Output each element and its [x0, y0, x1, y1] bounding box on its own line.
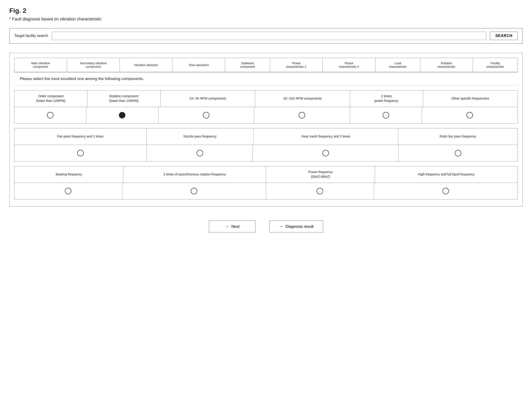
- radio-circle[interactable]: [77, 150, 84, 156]
- section3-col4: High frequency and full band frequency: [375, 166, 517, 183]
- header-main-vibration: Main vibrationcomponent: [15, 58, 67, 72]
- section2-header-row: Fan pass frequency and 2 times Nozzle pa…: [15, 128, 517, 145]
- radio-circle[interactable]: [191, 188, 197, 194]
- section2-radio4[interactable]: [399, 145, 517, 161]
- section1-col2: Rotation component(lower than 1XRPM): [88, 90, 161, 107]
- radio-circle[interactable]: [317, 188, 323, 194]
- header-secondary-vibration: Secondary vibrationcomponent: [67, 58, 120, 72]
- next-button-label: Next: [231, 224, 239, 229]
- section3-radio3[interactable]: [266, 183, 374, 199]
- section2-col3: Gear mesh frequency and 2 times: [254, 128, 398, 145]
- instruction-text: Please select the most excellent one amo…: [14, 72, 518, 86]
- search-input[interactable]: [52, 32, 486, 40]
- search-button[interactable]: SEARCH: [490, 32, 518, 40]
- section2-radio3[interactable]: [253, 145, 399, 161]
- section2-col1: Fan pass frequency and 2 times: [15, 128, 146, 145]
- diagnosis-button[interactable]: → Diagnosis result: [269, 221, 323, 232]
- radio-circle[interactable]: [442, 188, 449, 194]
- diagnosis-arrow-icon: →: [279, 224, 283, 229]
- header-phase-char1: Phasecharacteristic 1: [270, 58, 323, 72]
- diagnosis-button-label: Diagnosis result: [285, 224, 314, 229]
- radio-circle[interactable]: [466, 112, 473, 118]
- radio-circle[interactable]: [322, 150, 329, 156]
- section3-header-row: Bearing frequency 2 times of asynchronou…: [15, 166, 517, 183]
- next-button[interactable]: → Next: [209, 221, 255, 232]
- header-load-char: Loadcharacteristic: [376, 58, 420, 72]
- section2-col2: Nozzle pass frequency: [146, 128, 254, 145]
- section1-radio4[interactable]: [254, 107, 350, 123]
- main-content-wrapper: Main vibrationcomponent Secondary vibrat…: [9, 53, 523, 207]
- section3: Bearing frequency 2 times of asynchronou…: [14, 166, 518, 199]
- radio-circle[interactable]: [47, 112, 54, 118]
- header-sideband: Sidebandcomponent: [225, 58, 270, 72]
- section3-radio-row: [15, 183, 517, 199]
- section2: Fan pass frequency and 2 times Nozzle pa…: [14, 128, 518, 162]
- search-bar: Target facility search SEARCH: [9, 28, 523, 44]
- section2-radio1[interactable]: [15, 145, 147, 161]
- section2-col4: Rotor bar pass frequency: [398, 128, 517, 145]
- radio-circle[interactable]: [383, 112, 389, 118]
- header-vibration-direction: Vibration direction: [120, 58, 172, 72]
- section1-col1: Order component(lower than 1XRPM): [15, 90, 88, 107]
- section3-col3: Power frequency(50HZ-60HZ): [266, 166, 375, 183]
- radio-circle[interactable]: [455, 150, 461, 156]
- section1-radio1[interactable]: [15, 107, 86, 123]
- main-header-row: Main vibrationcomponent Secondary vibrat…: [15, 58, 517, 72]
- radio-circle[interactable]: [119, 112, 125, 118]
- header-phase-char2: Phasecharacteristic 2: [323, 58, 375, 72]
- section1-radio6[interactable]: [422, 107, 517, 123]
- header-time-waveform: Time waveform: [172, 58, 225, 72]
- fig-title: Fig. 2: [9, 7, 523, 15]
- radio-circle[interactable]: [299, 112, 305, 118]
- radio-circle[interactable]: [203, 112, 209, 118]
- section1-col4: 4X~10X RPM components: [255, 90, 350, 107]
- header-rotation-char: Rotationcharacteristic: [420, 58, 473, 72]
- section1-col5: 2 timespower frequency: [350, 90, 423, 107]
- radio-circle[interactable]: [197, 150, 203, 156]
- section2-radio-row: [15, 145, 517, 161]
- search-label: Target facility search: [14, 34, 48, 38]
- subtitle: * Fault diagnosis based on vibration cha…: [9, 17, 523, 22]
- section1-col6: Other specific frequencies: [423, 90, 517, 107]
- section3-col2: 2 times of asynchronous rotation frequen…: [123, 166, 266, 183]
- section1-radio3[interactable]: [158, 107, 254, 123]
- section1-radio-row: [15, 107, 517, 123]
- header-facility-char: Facilitycharacteristic: [473, 58, 517, 72]
- section3-radio1[interactable]: [15, 183, 122, 199]
- section1: Order component(lower than 1XRPM) Rotati…: [14, 90, 518, 123]
- bottom-buttons: → Next → Diagnosis result: [9, 216, 523, 237]
- section1-col3: 2X~3X RPM components: [161, 90, 255, 107]
- radio-circle[interactable]: [65, 188, 71, 194]
- section2-radio2[interactable]: [147, 145, 253, 161]
- section3-col1: Bearing frequency: [15, 166, 123, 183]
- section3-radio2[interactable]: [122, 183, 266, 199]
- section1-radio2[interactable]: [86, 107, 158, 123]
- section3-radio4[interactable]: [374, 183, 517, 199]
- section1-radio5[interactable]: [350, 107, 422, 123]
- section1-header-row: Order component(lower than 1XRPM) Rotati…: [15, 90, 517, 107]
- next-arrow-icon: →: [225, 224, 229, 229]
- main-table: Main vibrationcomponent Secondary vibrat…: [14, 58, 518, 72]
